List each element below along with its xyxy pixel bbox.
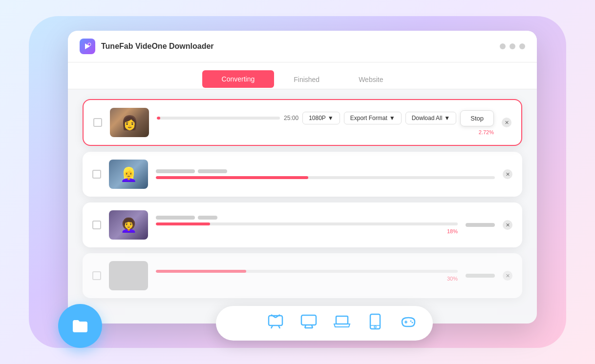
title-bar-2 <box>156 169 195 173</box>
item-info-2 <box>156 169 495 179</box>
close-item-4[interactable]: ✕ <box>503 271 512 281</box>
progress-container-3 <box>156 222 458 225</box>
checkbox-1[interactable] <box>93 118 102 127</box>
item-2-wrapper: ✕ MKV MP4 MOV <box>83 152 522 197</box>
game-icon[interactable] <box>400 313 417 334</box>
main-window: TuneFab VideOne Downloader Converting Fi… <box>68 31 537 324</box>
item-info-4: 30% <box>156 270 458 282</box>
svg-point-0 <box>88 43 91 46</box>
action-bar-3 <box>466 223 495 227</box>
svg-point-16 <box>410 321 412 322</box>
export-format-btn-1[interactable]: Export Format ▼ <box>344 112 402 124</box>
minimize-control[interactable] <box>500 43 506 49</box>
checkbox-3[interactable] <box>92 221 101 229</box>
resolution-btn-1[interactable]: 1080P ▼ <box>302 112 340 124</box>
progress-fill-3 <box>156 222 210 225</box>
item-card-3: 18% ✕ <box>83 202 522 247</box>
progress-labels-4: 30% <box>156 276 458 282</box>
time-label-1: 25:00 <box>284 115 298 121</box>
progress-fill-2 <box>156 176 308 179</box>
subtitle-bar-2 <box>198 169 227 173</box>
progress-container-1 <box>157 117 280 120</box>
close-control[interactable] <box>519 43 525 49</box>
svg-rect-11 <box>370 314 380 329</box>
download-all-btn-1[interactable]: Dowload All ▼ <box>405 112 457 124</box>
tab-converting[interactable]: Converting <box>202 70 275 88</box>
maximize-control[interactable] <box>510 43 515 49</box>
tab-website[interactable]: Website <box>339 70 403 89</box>
thumbnail-2 <box>109 160 148 189</box>
checkbox-4[interactable] <box>92 271 101 280</box>
item-info-1: 25:00 1080P ▼ Export Format ▼ Dowload Al… <box>157 110 494 135</box>
svg-rect-6 <box>301 315 316 325</box>
content-area: 25:00 1080P ▼ Export Format ▼ Dowload Al… <box>68 89 537 257</box>
close-item-2[interactable]: ✕ <box>503 169 512 179</box>
close-item-1[interactable]: ✕ <box>502 118 511 127</box>
item-card-4: 30% ✕ <box>83 253 522 298</box>
title-bar-3 <box>156 216 195 220</box>
thumbnail-1 <box>110 108 149 137</box>
progress-labels-1: 2.72% <box>157 129 494 135</box>
progress-percent-4: 30% <box>447 276 458 282</box>
outer-container: TuneFab VideOne Downloader Converting Fi… <box>29 16 566 348</box>
tv-icon[interactable] <box>267 313 284 334</box>
svg-point-17 <box>412 322 413 324</box>
thumbnail-4 <box>109 261 148 290</box>
app-logo <box>80 39 95 54</box>
tablet-icon[interactable] <box>366 313 384 334</box>
progress-labels-3: 18% <box>156 228 458 234</box>
title-bar: TuneFab VideOne Downloader <box>68 31 537 62</box>
action-bar-4 <box>466 274 495 278</box>
stop-button-1[interactable]: Stop <box>460 110 494 126</box>
item-4-area: 30% ✕ <box>68 253 537 298</box>
window-controls <box>500 43 525 49</box>
folder-icon <box>70 316 90 336</box>
svg-point-12 <box>374 326 376 328</box>
monitor-icon[interactable] <box>300 313 318 334</box>
close-item-3[interactable]: ✕ <box>503 220 512 230</box>
progress-percent-3: 18% <box>447 228 458 234</box>
thumbnail-3 <box>109 210 148 240</box>
checkbox-2[interactable] <box>92 170 101 179</box>
progress-fill-1 <box>157 117 160 120</box>
tab-finished[interactable]: Finished <box>274 70 339 89</box>
svg-rect-10 <box>336 316 348 324</box>
folder-circle[interactable] <box>58 304 102 348</box>
progress-fill-4 <box>156 270 246 273</box>
bottom-toolbar <box>216 306 433 341</box>
laptop-icon[interactable] <box>333 313 351 334</box>
item-card-1: 25:00 1080P ▼ Export Format ▼ Dowload Al… <box>83 99 522 146</box>
item-card-2: ✕ <box>83 152 522 197</box>
app-title: TuneFab VideOne Downloader <box>101 42 494 51</box>
progress-container-4 <box>156 270 458 273</box>
subtitle-bar-3 <box>198 216 217 220</box>
progress-container-2 <box>156 176 495 179</box>
item-info-3: 18% <box>156 216 458 234</box>
tab-bar: Converting Finished Website <box>68 62 537 89</box>
progress-percent-1: 2.72% <box>479 129 494 135</box>
